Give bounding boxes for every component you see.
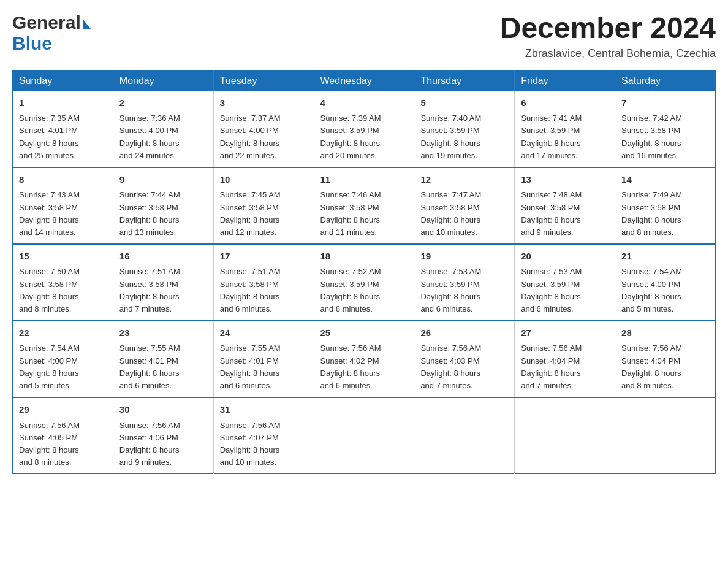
day-info: Sunrise: 7:55 AMSunset: 4:01 PMDaylight:… [119,343,180,389]
calendar-day-cell: 3 Sunrise: 7:37 AMSunset: 4:00 PMDayligh… [213,91,314,167]
calendar-day-cell: 10 Sunrise: 7:45 AMSunset: 3:58 PMDaylig… [213,167,314,244]
day-number: 11 [320,173,408,187]
month-title: December 2024 [500,12,716,45]
calendar-day-cell: 13 Sunrise: 7:48 AMSunset: 3:58 PMDaylig… [515,167,615,244]
day-info: Sunrise: 7:50 AMSunset: 3:58 PMDaylight:… [19,267,80,313]
day-info: Sunrise: 7:56 AMSunset: 4:03 PMDaylight:… [420,343,481,389]
day-info: Sunrise: 7:37 AMSunset: 4:00 PMDaylight:… [220,113,281,159]
day-info: Sunrise: 7:51 AMSunset: 3:58 PMDaylight:… [220,267,281,313]
calendar-day-cell [515,397,615,474]
day-number: 25 [320,326,408,340]
day-number: 27 [521,326,609,340]
day-info: Sunrise: 7:42 AMSunset: 3:58 PMDaylight:… [621,113,682,159]
calendar-day-cell: 8 Sunrise: 7:43 AMSunset: 3:58 PMDayligh… [13,167,113,244]
calendar-week-row: 22 Sunrise: 7:54 AMSunset: 4:00 PMDaylig… [13,321,716,397]
calendar-day-cell: 21 Sunrise: 7:54 AMSunset: 4:00 PMDaylig… [615,244,716,321]
day-info: Sunrise: 7:41 AMSunset: 3:59 PMDaylight:… [521,113,582,159]
calendar-day-cell: 7 Sunrise: 7:42 AMSunset: 3:58 PMDayligh… [615,91,716,167]
day-number: 18 [320,250,408,264]
calendar-day-cell: 11 Sunrise: 7:46 AMSunset: 3:58 PMDaylig… [314,167,414,244]
day-number: 1 [19,96,107,110]
calendar-day-cell: 24 Sunrise: 7:55 AMSunset: 4:01 PMDaylig… [213,321,314,397]
col-tuesday: Tuesday [213,70,314,91]
logo-arrow-icon [83,19,91,29]
logo-general-text: General [12,12,81,33]
day-number: 13 [521,173,609,187]
col-thursday: Thursday [414,70,515,91]
calendar-week-row: 1 Sunrise: 7:35 AMSunset: 4:01 PMDayligh… [13,91,716,167]
day-number: 3 [220,96,308,110]
logo-blue-text: Blue [12,33,52,54]
calendar-day-cell: 1 Sunrise: 7:35 AMSunset: 4:01 PMDayligh… [13,91,113,167]
logo: General Blue [12,12,91,54]
calendar-day-cell: 18 Sunrise: 7:52 AMSunset: 3:59 PMDaylig… [314,244,414,321]
calendar-day-cell: 22 Sunrise: 7:54 AMSunset: 4:00 PMDaylig… [13,321,113,397]
day-number: 4 [320,96,408,110]
day-info: Sunrise: 7:45 AMSunset: 3:58 PMDaylight:… [220,190,281,236]
day-number: 16 [119,250,207,264]
day-number: 8 [19,173,107,187]
day-number: 15 [19,250,107,264]
day-number: 17 [220,250,308,264]
calendar-day-cell: 5 Sunrise: 7:40 AMSunset: 3:59 PMDayligh… [414,91,515,167]
day-number: 26 [420,326,508,340]
calendar-day-cell: 29 Sunrise: 7:56 AMSunset: 4:05 PMDaylig… [13,397,113,474]
day-number: 23 [119,326,207,340]
day-info: Sunrise: 7:56 AMSunset: 4:04 PMDaylight:… [621,343,682,389]
day-number: 7 [621,96,709,110]
day-number: 12 [420,173,508,187]
day-info: Sunrise: 7:56 AMSunset: 4:02 PMDaylight:… [320,343,381,389]
calendar-day-cell: 23 Sunrise: 7:55 AMSunset: 4:01 PMDaylig… [113,321,213,397]
day-info: Sunrise: 7:53 AMSunset: 3:59 PMDaylight:… [521,267,582,313]
day-info: Sunrise: 7:48 AMSunset: 3:58 PMDaylight:… [521,190,582,236]
calendar-day-cell [414,397,515,474]
calendar-day-cell: 17 Sunrise: 7:51 AMSunset: 3:58 PMDaylig… [213,244,314,321]
page-header: General Blue December 2024 Zbraslavice, … [12,12,716,60]
day-info: Sunrise: 7:56 AMSunset: 4:07 PMDaylight:… [220,421,281,467]
day-number: 28 [621,326,709,340]
day-info: Sunrise: 7:43 AMSunset: 3:58 PMDaylight:… [19,190,80,236]
col-sunday: Sunday [13,70,113,91]
calendar-header-row: Sunday Monday Tuesday Wednesday Thursday… [13,70,716,91]
day-number: 29 [19,403,107,417]
day-info: Sunrise: 7:52 AMSunset: 3:59 PMDaylight:… [320,267,381,313]
calendar-day-cell: 16 Sunrise: 7:51 AMSunset: 3:58 PMDaylig… [113,244,213,321]
day-info: Sunrise: 7:56 AMSunset: 4:05 PMDaylight:… [19,421,80,467]
calendar-week-row: 15 Sunrise: 7:50 AMSunset: 3:58 PMDaylig… [13,244,716,321]
day-info: Sunrise: 7:40 AMSunset: 3:59 PMDaylight:… [420,113,481,159]
calendar-day-cell [314,397,414,474]
calendar-day-cell: 9 Sunrise: 7:44 AMSunset: 3:58 PMDayligh… [113,167,213,244]
calendar-table: Sunday Monday Tuesday Wednesday Thursday… [12,70,716,474]
day-number: 21 [621,250,709,264]
day-number: 2 [119,96,207,110]
day-info: Sunrise: 7:36 AMSunset: 4:00 PMDaylight:… [119,113,180,159]
day-info: Sunrise: 7:53 AMSunset: 3:59 PMDaylight:… [420,267,481,313]
day-info: Sunrise: 7:51 AMSunset: 3:58 PMDaylight:… [119,267,180,313]
calendar-day-cell: 4 Sunrise: 7:39 AMSunset: 3:59 PMDayligh… [314,91,414,167]
day-number: 24 [220,326,308,340]
day-number: 10 [220,173,308,187]
col-friday: Friday [515,70,615,91]
day-number: 6 [521,96,609,110]
calendar-day-cell: 2 Sunrise: 7:36 AMSunset: 4:00 PMDayligh… [113,91,213,167]
calendar-day-cell [615,397,716,474]
calendar-day-cell: 14 Sunrise: 7:49 AMSunset: 3:58 PMDaylig… [615,167,716,244]
day-info: Sunrise: 7:56 AMSunset: 4:06 PMDaylight:… [119,421,180,467]
day-info: Sunrise: 7:54 AMSunset: 4:00 PMDaylight:… [621,267,682,313]
calendar-day-cell: 27 Sunrise: 7:56 AMSunset: 4:04 PMDaylig… [515,321,615,397]
calendar-week-row: 29 Sunrise: 7:56 AMSunset: 4:05 PMDaylig… [13,397,716,474]
calendar-day-cell: 26 Sunrise: 7:56 AMSunset: 4:03 PMDaylig… [414,321,515,397]
day-number: 22 [19,326,107,340]
day-number: 20 [521,250,609,264]
calendar-day-cell: 12 Sunrise: 7:47 AMSunset: 3:58 PMDaylig… [414,167,515,244]
calendar-day-cell: 31 Sunrise: 7:56 AMSunset: 4:07 PMDaylig… [213,397,314,474]
day-number: 14 [621,173,709,187]
day-number: 9 [119,173,207,187]
col-saturday: Saturday [615,70,716,91]
col-wednesday: Wednesday [314,70,414,91]
calendar-day-cell: 28 Sunrise: 7:56 AMSunset: 4:04 PMDaylig… [615,321,716,397]
calendar-day-cell: 6 Sunrise: 7:41 AMSunset: 3:59 PMDayligh… [515,91,615,167]
calendar-day-cell: 30 Sunrise: 7:56 AMSunset: 4:06 PMDaylig… [113,397,213,474]
day-info: Sunrise: 7:39 AMSunset: 3:59 PMDaylight:… [320,113,381,159]
day-info: Sunrise: 7:56 AMSunset: 4:04 PMDaylight:… [521,343,582,389]
